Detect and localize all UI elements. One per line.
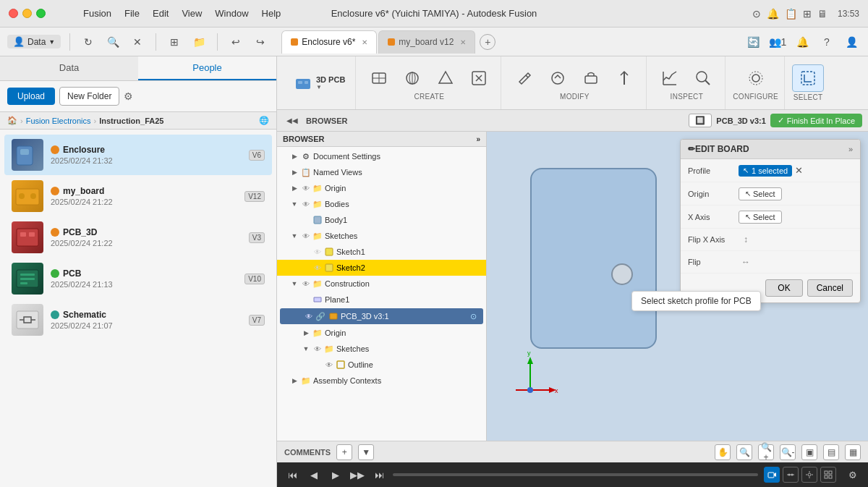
ribbon-modify-btn1[interactable]	[509, 65, 540, 91]
breadcrumb-fusion[interactable]: Fusion Electronics	[26, 117, 91, 125]
ribbon-create-btn2[interactable]	[396, 65, 428, 91]
tree-item-origin-nested[interactable]: ▶ 📁 Origin	[277, 325, 486, 341]
ribbon-modify-btn4[interactable]	[608, 65, 640, 91]
eb-flip-x-icon[interactable]: ↕	[739, 232, 753, 247]
comments-view-mode3[interactable]: ▦	[845, 444, 861, 460]
browser-collapse-button[interactable]: ◀◀	[283, 111, 302, 130]
account-button[interactable]: 👤	[842, 33, 861, 51]
comments-filter-button[interactable]: ▼	[358, 444, 374, 460]
help-button[interactable]: ?	[817, 33, 836, 51]
menu-view[interactable]: View	[182, 8, 202, 19]
file-item-myboard[interactable]: my_board 2025/02/24 21:22 V12	[4, 176, 272, 216]
tree-eye-origin[interactable]: 👁	[300, 182, 312, 194]
tree-item-plane1[interactable]: Plane1	[277, 292, 486, 308]
tree-eye-sketch2[interactable]: 👁	[312, 262, 323, 274]
minimize-button[interactable]	[22, 9, 32, 18]
pb-tab-settings[interactable]	[801, 467, 817, 483]
comments-view-mode1[interactable]: ▣	[801, 444, 817, 460]
close-search-button[interactable]: ✕	[128, 33, 147, 51]
user-count-button[interactable]: 👥1	[768, 33, 787, 51]
eb-select-origin-button[interactable]: ↖ Select	[739, 187, 782, 200]
tree-item-named-views[interactable]: ▶ 📋 Named Views	[277, 164, 486, 180]
comments-zoom-out[interactable]: 🔍-	[780, 444, 796, 460]
comments-view-btn2[interactable]: 🔍	[736, 444, 752, 460]
tree-eye-outline[interactable]: 👁	[323, 359, 335, 370]
folder-button[interactable]: 📁	[190, 33, 208, 51]
breadcrumb-globe-icon[interactable]: 🌐	[259, 116, 269, 125]
pb-tab-cam[interactable]	[764, 467, 780, 483]
tree-item-origin[interactable]: ▶ 👁 📁 Origin	[277, 180, 486, 196]
comments-add-button[interactable]: +	[336, 444, 352, 460]
pb-tab-grid[interactable]	[820, 467, 836, 483]
ribbon-create-btn1[interactable]	[363, 65, 395, 91]
upload-button[interactable]: Upload	[7, 88, 55, 105]
pb-play-button[interactable]: ▶	[328, 467, 344, 483]
tree-item-doc-settings[interactable]: ▶ ⚙ Document Settings	[277, 148, 486, 164]
comments-view-mode2[interactable]: ▤	[823, 444, 839, 460]
file-item-schematic[interactable]: Schematic 2025/02/24 21:07 V7	[4, 300, 272, 340]
menu-window[interactable]: Window	[215, 8, 248, 19]
maximize-button[interactable]	[36, 9, 46, 18]
tab-enclosure[interactable]: Enclosure v6* ✕	[281, 30, 377, 54]
refresh-button[interactable]: ↻	[79, 33, 98, 51]
comments-zoom-in[interactable]: 🔍+	[758, 444, 774, 460]
viewport-3d[interactable]: x y TOP ✏	[487, 132, 868, 441]
pb-end-button[interactable]: ⏭	[371, 467, 387, 483]
tab-people[interactable]: People	[138, 56, 276, 80]
new-folder-button[interactable]: New Folder	[59, 87, 119, 106]
tree-item-sketches-top[interactable]: ▼ 👁 📁 Sketches	[277, 228, 486, 244]
close-button[interactable]	[9, 9, 18, 18]
tree-eye-pcb3d[interactable]: 👁	[303, 310, 315, 322]
tree-item-pcb3d-node[interactable]: 👁 🔗 PCB_3D v3:1 ⊙	[280, 308, 483, 324]
pb-start-button[interactable]: ⏮	[284, 467, 300, 483]
ribbon-modify-btn3[interactable]	[575, 65, 607, 91]
tab-data[interactable]: Data	[0, 56, 138, 80]
menu-help[interactable]: Help	[262, 8, 281, 19]
tree-eye-sketch1[interactable]: 👁	[312, 246, 323, 258]
search-button[interactable]: 🔍	[103, 33, 122, 51]
file-item-pcb3d[interactable]: PCB_3D 2025/02/24 21:22 V3	[4, 217, 272, 258]
ribbon-configure-btn1[interactable]	[740, 65, 772, 91]
pb-settings-button[interactable]: ⚙	[845, 467, 861, 483]
pb-prev-button[interactable]: ◀	[306, 467, 322, 483]
eb-cancel-button[interactable]: Cancel	[807, 279, 853, 297]
tab-close-myboard[interactable]: ✕	[460, 38, 466, 46]
pcb-dropdown-button[interactable]: 🔲	[689, 114, 712, 127]
menu-file[interactable]: File	[124, 8, 140, 19]
tree-item-outline[interactable]: 👁 Outline	[277, 357, 486, 373]
edit-board-expand[interactable]: »	[848, 145, 853, 153]
tree-item-bodies[interactable]: ▼ 👁 📁 Bodies	[277, 196, 486, 212]
eb-select-xaxis-button[interactable]: ↖ Select	[739, 211, 782, 224]
sync-button[interactable]: 🔄	[744, 33, 762, 51]
redo-button[interactable]: ↪	[251, 33, 270, 51]
tree-item-sketch2[interactable]: 👁 Sketch2	[277, 260, 486, 276]
tree-eye-sketches-nested[interactable]: 👁	[312, 343, 323, 355]
menu-edit[interactable]: Edit	[153, 8, 169, 19]
pb-next-button[interactable]: ▶▶	[349, 467, 365, 483]
ribbon-inspect-btn2[interactable]	[687, 65, 719, 91]
ribbon-create-btn4[interactable]	[463, 65, 495, 91]
tree-item-body1[interactable]: Body1	[277, 212, 486, 228]
tab-close-enclosure[interactable]: ✕	[362, 38, 367, 46]
user-badge[interactable]: 👤 Data ▼	[7, 35, 61, 48]
tree-eye-bodies[interactable]: 👁	[300, 198, 312, 210]
finish-edit-button[interactable]: ✓ Finish Edit In Place	[770, 114, 862, 127]
browser-expand-icon[interactable]: »	[476, 135, 480, 143]
ribbon-modify-btn2[interactable]	[542, 65, 574, 91]
tree-item-assembly[interactable]: ▶ 📁 Assembly Contexts	[277, 373, 486, 389]
file-item-pcb[interactable]: PCB 2025/02/24 21:13 V10	[4, 258, 272, 299]
file-item-enclosure[interactable]: Enclosure 2025/02/24 21:32 V6	[4, 135, 272, 175]
pb-tab-timeline[interactable]	[783, 467, 799, 483]
ribbon-create-btn3[interactable]	[430, 65, 461, 91]
grid-view-button[interactable]: ⊞	[165, 33, 184, 51]
tab-add-button[interactable]: +	[480, 34, 495, 50]
comments-view-btn1[interactable]: ✋	[715, 444, 731, 460]
ribbon-inspect-btn1[interactable]	[654, 65, 686, 91]
tree-eye-construction[interactable]: 👁	[300, 278, 312, 289]
eb-ok-button[interactable]: OK	[765, 279, 802, 297]
gear-button[interactable]: ⚙	[124, 90, 133, 102]
eb-flip-icon[interactable]: ↔	[739, 255, 753, 269]
tab-myboard[interactable]: my_board v12 ✕	[378, 30, 475, 54]
eb-clear-profile-button[interactable]: ✕	[795, 165, 803, 176]
breadcrumb-home-icon[interactable]: 🏠	[7, 116, 17, 125]
